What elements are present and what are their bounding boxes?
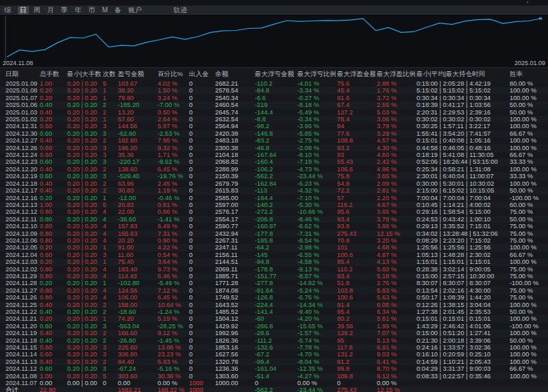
cell-2: 0.20 | 0.20: [66, 230, 101, 237]
table-row[interactable]: 2024.12.030.200.20 | 0.20175.403.64 %021…: [0, 258, 548, 265]
table-row[interactable]: 2025.01.091.000.20 | 0.205103.674.02 %02…: [0, 80, 548, 87]
table-row[interactable]: 2024.12.240.600.20 | 0.20335.361.71 %021…: [0, 151, 548, 158]
tab-账户[interactable]: 账户: [128, 6, 142, 14]
cell-2: 0.20 | 0.20: [66, 95, 101, 101]
table-row[interactable]: 2024.11.120.600.20 | 0.203-67.24-5.16 %0…: [0, 365, 548, 372]
cell-12: 0:10:45 | 1:14:21 | 4:00:02: [415, 201, 508, 208]
column-header-11[interactable]: 最大浮盈比例: [375, 68, 415, 80]
cell-0: 2025.01.07: [0, 95, 38, 101]
table-row[interactable]: 2024.12.131.000.20 | 0.20520.830.81 %025…: [0, 201, 548, 208]
table-row[interactable]: 2024.11.130.400.20 | 0.20284.406.83 %013…: [0, 358, 548, 365]
column-header-1[interactable]: 总手数: [38, 68, 66, 80]
table-row[interactable]: 2025.01.070.200.20 | 0.20179.803.24 %025…: [0, 95, 548, 101]
cell-1: 0.80: [38, 266, 66, 273]
table-row[interactable]: 2024.12.100.800.20 | 0.204157.836.49 %02…: [0, 223, 548, 230]
tab-币[interactable]: 币: [88, 6, 95, 14]
table-row[interactable]: 2024.11.260.800.20 | 0.204106.006.45 %01…: [0, 294, 548, 301]
tab-年[interactable]: 年: [75, 6, 82, 14]
cell-6: 0: [188, 116, 214, 123]
column-header-4[interactable]: 盈亏金额: [116, 68, 156, 80]
table-row[interactable]: 2024.12.270.400.20 | 0.202182.807.95 %02…: [0, 137, 548, 144]
cell-4: 158.00: [116, 302, 156, 308]
table-row[interactable]: 2024.12.110.800.20 | 0.204-36.60-1.41 %0…: [0, 216, 548, 223]
cell-5: 9.12 %: [156, 330, 188, 336]
cell-8: -106.2: [253, 166, 296, 173]
column-header-5[interactable]: 百分比%: [156, 68, 188, 80]
equity-curve-canvas: [0, 16, 548, 61]
up-arrow-icon: ↑: [526, 0, 533, 3]
cell-5: 5.19 %: [156, 315, 188, 322]
cell-13: 75.00 %: [508, 266, 548, 273]
tab-月[interactable]: 月: [47, 6, 54, 14]
table-row[interactable]: 2024.12.230.600.20 | 0.203-220.17-9.62 %…: [0, 158, 548, 165]
cell-6: 0: [188, 230, 214, 237]
table-row[interactable]: 2024.11.140.600.20 | 0.203306.8023.23 %0…: [0, 351, 548, 358]
table-row[interactable]: 2024.11.200.600.20 | 0.203-563.04-28.25 …: [0, 323, 548, 330]
cell-3: 3: [101, 151, 116, 158]
table-row[interactable]: 2024.12.180.400.20 | 0.20263.962.45 %026…: [0, 180, 548, 187]
column-header-0[interactable]: 日期: [0, 68, 38, 80]
table-row[interactable]: 2024.11.250.400.20 | 0.202158.0010.64 %0…: [0, 302, 548, 308]
table-row[interactable]: 2024.11.190.400.20 | 0.202166.609.12 %01…: [0, 330, 548, 336]
table-row[interactable]: 2024.12.040.600.20 | 0.20311.600.54 %021…: [0, 252, 548, 258]
table-row[interactable]: 2024.11.270.800.20 | 0.204124.567.12 %01…: [0, 287, 548, 294]
column-header-2[interactable]: 最小|大手数: [66, 68, 101, 80]
tab-M[interactable]: M: [102, 6, 108, 14]
table-row[interactable]: 2025.01.030.400.20 | 0.20213.200.50 %026…: [0, 109, 548, 116]
table-row[interactable]: 2024.12.060.800.20 | 0.20420.200.90 %022…: [0, 237, 548, 244]
cell-2: 0.20 | 0.20: [66, 130, 101, 137]
table-row[interactable]: 2024.12.260.600.20 | 0.203196.209.32 %02…: [0, 145, 548, 151]
table-row[interactable]: 2024.11.150.600.20 | 0.203225.6013.86 %0…: [0, 344, 548, 351]
table-row[interactable]: 2025.01.060.400.20 | 0.202-185.20-7.00 %…: [0, 101, 548, 108]
cell-10: 85.4: [336, 258, 375, 265]
column-header-7[interactable]: 余额: [214, 68, 253, 80]
table-row[interactable]: 2024.11.280.200.20 | 0.201-102.80-5.49 %…: [0, 280, 548, 286]
table-row[interactable]: 2025.01.080.200.20 | 0.20138.201.50 %025…: [0, 87, 548, 94]
cell-6: 0: [188, 173, 214, 180]
table-row[interactable]: 2024.12.090.800.20 | 0.204165.637.31 %02…: [0, 230, 548, 237]
tab-备[interactable]: 备: [114, 6, 121, 14]
cell-13: 75.00 %: [508, 287, 548, 294]
table-row[interactable]: 2024.12.120.800.20 | 0.20422.000.86 %025…: [0, 208, 548, 215]
column-header-13[interactable]: 胜率: [508, 68, 548, 80]
tab-季[interactable]: 季: [61, 6, 68, 14]
table-row[interactable]: 2024.12.170.400.20 | 0.20230.831.19 %026…: [0, 187, 548, 194]
column-header-8[interactable]: 最大浮亏金额: [253, 68, 296, 80]
tab-综[interactable]: 综: [4, 6, 11, 14]
column-header-10[interactable]: 最大浮盈金额: [336, 68, 375, 80]
table-row[interactable]: 2025.01.020.200.20 | 0.20167.602.64 %026…: [0, 116, 548, 123]
column-header-3[interactable]: 次数: [101, 68, 116, 80]
tab-日[interactable]: 日: [18, 6, 29, 14]
cell-0: 2024.12.05: [0, 244, 38, 251]
cell-4: -67.24: [116, 365, 156, 372]
table-row[interactable]: 2024.12.160.200.20 | 0.201-12.00-0.46 %0…: [0, 195, 548, 201]
cell-3: 2: [101, 137, 116, 144]
cell-2: 0.20 | 0.20: [66, 223, 101, 230]
cell-5: 23.23 %: [156, 351, 188, 358]
total-row[interactable]: 合计22.801682.21168.22 %1000-562.2-23.44 %…: [0, 387, 548, 392]
table-row[interactable]: 2024.12.200.400.20 | 0.202138.606.45 %02…: [0, 166, 548, 173]
column-header-12[interactable]: 最小|平均|最大持仓时间: [415, 68, 508, 80]
table-row[interactable]: 2024.12.190.600.20 | 0.203-529.40-19.76 …: [0, 173, 548, 180]
cell-12: 7:00:04 | 7:00:04 | 7:00:04: [415, 195, 508, 201]
table-row[interactable]: 2024.12.300.600.20 | 0.203-62.80-2.53 %0…: [0, 130, 548, 137]
table-row[interactable]: 2024.12.020.800.20 | 0.204183.409.73 %02…: [0, 266, 548, 273]
table-row[interactable]: 2024.11.290.800.20 | 0.204114.436.46 %01…: [0, 273, 548, 280]
table-row[interactable]: 2024.11.070.000.00 | 0.0000.000.00 %1000…: [0, 380, 548, 387]
table-row[interactable]: 2024.12.050.200.20 | 0.20191.004.22 %022…: [0, 244, 548, 251]
table-row[interactable]: 2024.12.310.600.20 | 0.203144.565.97 %02…: [0, 123, 548, 130]
cell-13: 100.00 %: [508, 302, 548, 308]
cell-12: 1:43:29 | 2:46:42 | 4:01:06: [415, 323, 508, 330]
column-header-6[interactable]: 出入金: [188, 68, 214, 80]
tab-周[interactable]: 周: [34, 6, 40, 14]
tab-trajectory[interactable]: 轨迹: [173, 6, 187, 14]
column-header-9[interactable]: 最大浮亏比例: [296, 68, 336, 80]
cell-9: -8.54 %: [296, 237, 336, 244]
table-row[interactable]: 2024.11.210.200.20 | 0.20174.205.19 %015…: [0, 315, 548, 322]
table-row[interactable]: 2024.11.081.000.20 | 0.205303.6030.36 %0…: [0, 373, 548, 380]
cell-0: 2024.11.13: [0, 358, 38, 365]
table-row[interactable]: 2024.11.220.400.20 | 0.202-18.60-1.24 %0…: [0, 308, 548, 315]
cell-4: 106.00: [116, 294, 156, 301]
cell-4: 196.20: [116, 145, 156, 151]
table-row[interactable]: 2024.11.180.400.20 | 0.202-26.80-1.45 %0…: [0, 337, 548, 344]
